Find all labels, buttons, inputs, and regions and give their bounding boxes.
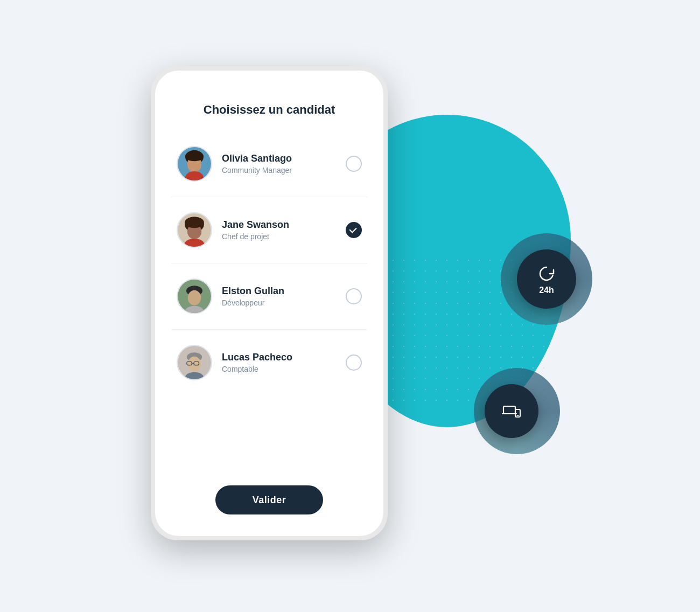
candidate-info-olivia: Olivia Santiago Community Manager <box>222 153 346 175</box>
avatar-lucas <box>177 345 212 380</box>
radio-elston[interactable] <box>346 288 362 304</box>
avatar-olivia <box>177 146 212 182</box>
scene: 24h Choisissez un candidat <box>108 50 592 562</box>
divider-2 <box>171 263 367 263</box>
phone-screen: Choisissez un candidat <box>155 71 383 536</box>
radio-jane[interactable] <box>346 222 362 238</box>
refresh-icon <box>536 263 557 284</box>
candidates-list: Olivia Santiago Community Manager <box>171 138 367 469</box>
candidate-row-olivia[interactable]: Olivia Santiago Community Manager <box>171 138 367 189</box>
avatar-jane <box>177 212 212 248</box>
avatar-elston <box>177 279 212 314</box>
candidate-row-elston[interactable]: Elston Gullan Développeur <box>171 271 367 322</box>
radio-lucas[interactable] <box>346 354 362 371</box>
phone-mockup: Choisissez un candidat <box>151 66 388 540</box>
page-title: Choisissez un candidat <box>204 103 335 117</box>
candidate-name-elston: Elston Gullan <box>222 286 346 297</box>
radio-olivia[interactable] <box>346 156 362 172</box>
svg-point-16 <box>188 290 201 305</box>
divider-3 <box>171 329 367 330</box>
divider-1 <box>171 197 367 197</box>
candidate-name-lucas: Lucas Pacheco <box>222 352 346 363</box>
candidate-role-jane: Chef de projet <box>222 232 346 241</box>
candidate-info-jane: Jane Swanson Chef de projet <box>222 219 346 241</box>
badge-24h-label: 24h <box>539 286 554 295</box>
badge-device <box>485 384 538 438</box>
candidate-info-lucas: Lucas Pacheco Comptable <box>222 352 346 373</box>
badge-24h: 24h <box>517 249 576 309</box>
valider-button[interactable]: Valider <box>215 485 323 514</box>
candidate-role-lucas: Comptable <box>222 365 346 373</box>
device-icon <box>500 400 523 422</box>
svg-rect-0 <box>503 406 515 414</box>
svg-point-12 <box>185 217 204 228</box>
candidate-role-olivia: Community Manager <box>222 166 346 175</box>
candidate-row-jane[interactable]: Jane Swanson Chef de projet <box>171 205 367 255</box>
candidate-name-olivia: Olivia Santiago <box>222 153 346 164</box>
candidate-row-lucas[interactable]: Lucas Pacheco Comptable <box>171 337 367 388</box>
candidate-role-elston: Développeur <box>222 298 346 307</box>
svg-point-7 <box>185 151 204 162</box>
candidate-info-elston: Elston Gullan Développeur <box>222 286 346 307</box>
candidate-name-jane: Jane Swanson <box>222 219 346 231</box>
